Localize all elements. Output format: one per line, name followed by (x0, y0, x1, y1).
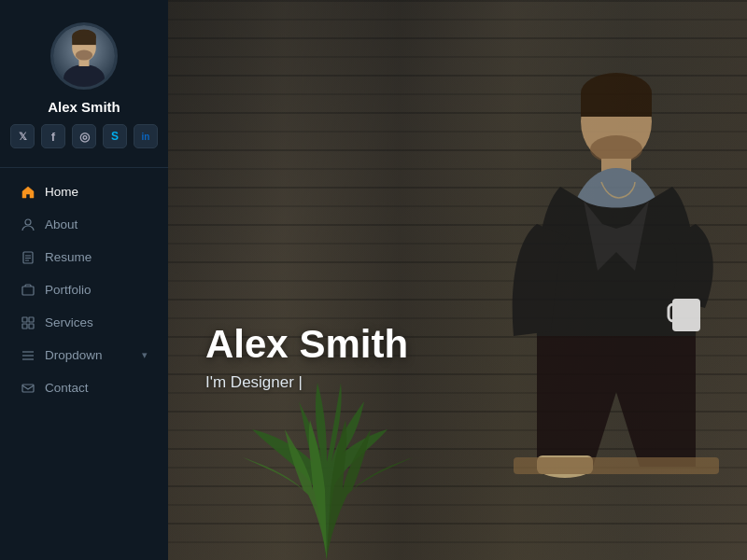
hero-section: Alex Smith I'm Designer | (168, 0, 747, 560)
sidebar: Alex Smith 𝕏 f ◎ S in Home About (0, 0, 168, 560)
instagram-social-button[interactable]: ◎ (72, 124, 96, 148)
svg-rect-12 (22, 287, 34, 295)
nav-label-services: Services (45, 315, 148, 329)
hero-subtitle-text: I'm Designer | (205, 373, 303, 391)
avatar-image (53, 22, 115, 90)
hero-name: Alex Smith (205, 323, 408, 366)
about-icon (21, 218, 35, 231)
social-icons-group: 𝕏 f ◎ S in (10, 124, 158, 148)
nav-item-contact[interactable]: Contact (0, 371, 168, 404)
svg-rect-23 (581, 93, 652, 117)
nav-label-portfolio: Portfolio (45, 283, 148, 297)
nav-label-resume: Resume (45, 250, 148, 264)
nav-label-dropdown: Dropdown (45, 348, 133, 362)
nav-item-services[interactable]: Services (0, 306, 168, 339)
svg-point-6 (76, 50, 92, 61)
nav-menu: Home About Resume (0, 175, 168, 404)
svg-rect-31 (514, 457, 719, 474)
skype-social-button[interactable]: S (103, 124, 127, 148)
nav-label-home: Home (45, 185, 148, 199)
facebook-social-button[interactable]: f (41, 124, 65, 148)
dropdown-icon (21, 349, 35, 362)
x-social-button[interactable]: 𝕏 (10, 124, 35, 148)
svg-point-7 (25, 219, 31, 225)
hero-text-block: Alex Smith I'm Designer | (205, 323, 408, 392)
svg-rect-16 (29, 324, 34, 329)
portfolio-icon (21, 284, 35, 297)
nav-item-dropdown[interactable]: Dropdown ▾ (0, 339, 168, 371)
hero-subtitle: I'm Designer | (205, 373, 408, 392)
linkedin-social-button[interactable]: in (134, 124, 158, 148)
nav-label-about: About (45, 217, 148, 231)
resume-icon (21, 251, 35, 264)
svg-rect-13 (22, 317, 27, 322)
svg-rect-14 (29, 317, 34, 322)
svg-rect-15 (22, 324, 27, 329)
nav-item-home[interactable]: Home (0, 175, 168, 208)
hero-background: Alex Smith I'm Designer | (168, 0, 747, 560)
svg-rect-20 (22, 385, 34, 392)
user-name: Alex Smith (48, 99, 120, 115)
svg-rect-3 (72, 36, 96, 45)
nav-item-portfolio[interactable]: Portfolio (0, 273, 168, 306)
avatar (50, 22, 118, 90)
dropdown-chevron-icon: ▾ (142, 349, 148, 361)
nav-divider (0, 167, 168, 168)
nav-item-resume[interactable]: Resume (0, 241, 168, 273)
nav-item-about[interactable]: About (0, 208, 168, 241)
home-icon (21, 186, 35, 199)
contact-icon (21, 382, 35, 395)
nav-label-contact: Contact (45, 381, 148, 395)
services-icon (21, 316, 35, 329)
